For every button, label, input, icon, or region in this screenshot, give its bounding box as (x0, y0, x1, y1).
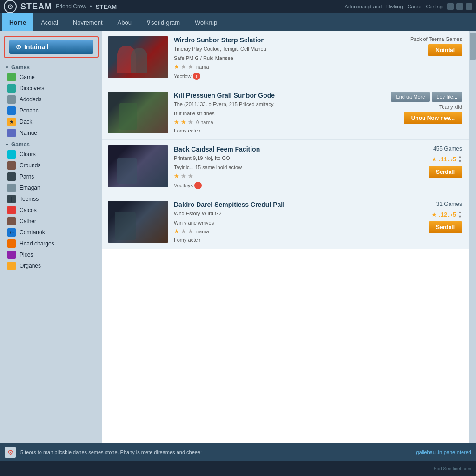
tab-novrement[interactable]: Novrement (66, 13, 110, 31)
section-header-games-2: ▼ Games (0, 139, 102, 149)
tab-wotkrup[interactable]: Wotkrup (187, 13, 225, 31)
star-empty-icon: ★ (188, 228, 193, 235)
close-button[interactable] (466, 3, 472, 10)
game-thumbnail-3 (108, 145, 168, 187)
badge-icon-1: ! (193, 73, 200, 80)
game-card-3: Back Caıdsal Feem Facition Printant 9,19… (102, 140, 469, 195)
status-link[interactable]: galiebaul.in-pane-ntered (416, 450, 471, 455)
footer: Sorl Sentlinet.com (0, 461, 476, 476)
sidebar-item-organes[interactable]: Organes (0, 260, 102, 271)
teany-label: Teany xiid (439, 104, 462, 110)
sidebar-item-clours[interactable]: Clours (0, 149, 102, 160)
titlebar-left: ⊙ STEAM Friend Crew • STEAM (4, 0, 117, 13)
sidebar-item-cather[interactable]: Cather (0, 216, 102, 227)
sidebar-item-head-charges[interactable]: Head charges (0, 238, 102, 249)
game-thumbnail-1 (108, 36, 168, 78)
sidebar-item-emagan[interactable]: Emagan (0, 182, 102, 193)
serdall-button-4[interactable]: Serdall (429, 221, 462, 233)
maximize-button[interactable] (456, 3, 463, 10)
titlebar-right: Adoncnacpt and Divliing Caree Certing (345, 3, 472, 10)
pices-icon (7, 251, 16, 259)
pack-label-1: Pack of Teema Games (410, 36, 462, 42)
ley-iite-button[interactable]: Ley Iite... (432, 92, 462, 102)
price-3: .11..›5 (439, 156, 456, 163)
sidebar-item-comtanok[interactable]: ⊙ Comtanok (0, 227, 102, 238)
titlebar-breadcrumb: STEAM (96, 3, 117, 10)
nav-link-3[interactable]: Caree (408, 4, 422, 9)
section-arrow-icon: ▼ (5, 65, 9, 70)
emagan-icon (7, 184, 16, 192)
game-thumbnail-4 (108, 201, 168, 243)
game-desc-3b: Tayinic... 15 same inold actow (174, 164, 391, 172)
price-row-4: ★ .12..›5 ▲▼ (431, 210, 462, 219)
install-button[interactable]: ⊙ Intainall (9, 40, 93, 54)
star-filled-icon: ★ (174, 119, 179, 126)
action-row-2: End ua More Ley Iite... (391, 92, 462, 102)
scrollbar-thumb[interactable] (470, 33, 476, 60)
game-info-2: Kill Pressuen Grall Sunbor Gode The (201… (174, 92, 385, 134)
price-arrows-icon: ▲▼ (458, 210, 462, 219)
rating-star-icon: ★ (431, 156, 437, 163)
game-card-1: Wirdro Sunbor Sterp Selation Tineray Pla… (102, 31, 469, 86)
end-ua-more-button[interactable]: End ua More (391, 92, 430, 102)
game-desc-1a: Tineray Play Coulou, Temgit, Cell Manea (174, 45, 391, 53)
game-actions-4: 31 Games ★ .12..›5 ▲▼ Serdall (397, 201, 462, 233)
sidebar-item-game[interactable]: Game (0, 72, 102, 83)
scrollbar-track[interactable] (469, 31, 476, 443)
section-arrow-2-icon: ▼ (5, 142, 9, 147)
nav-link-1[interactable]: Adoncnacpt and (345, 4, 382, 9)
badge-label-1: Yoctlow (174, 73, 192, 79)
install-button-wrapper: ⊙ Intainall (4, 36, 99, 58)
footer-text: Sorl Sentlinet.com (434, 466, 471, 471)
sidebar-item-pices[interactable]: Pices (0, 249, 102, 260)
star-empty-icon: ★ (188, 63, 193, 70)
sidebar-item-label: Cather (20, 218, 36, 225)
sidebar-item-dack[interactable]: ★ Dack (0, 116, 102, 127)
game-badge-2: Fomy ecteir (174, 128, 200, 133)
install-section: ⊙ Intainall ← (0, 36, 102, 58)
nav-link-4[interactable]: Certing (426, 4, 443, 9)
sidebar-item-ponanc[interactable]: Ponanc (0, 105, 102, 116)
sidebar-item-caicos[interactable]: Caicos (0, 205, 102, 216)
sidebar-item-label: Emagan (20, 185, 40, 191)
install-icon: ⊙ (16, 43, 21, 51)
caicos-icon (7, 206, 16, 214)
titlebar-brand: STEAM (20, 2, 52, 12)
game-info-3: Back Caıdsal Feem Facition Printant 9,19… (174, 145, 391, 189)
serdall-button-3[interactable]: Serdall (429, 166, 462, 178)
status-icon: ⚙ (5, 447, 16, 458)
teemss-icon: | (7, 195, 16, 203)
tab-acoral[interactable]: Acoral (33, 13, 66, 31)
game-rating-3: ★ ★ ★ (174, 172, 391, 179)
game-card-4: Daldro Darel Sempitiess Credul Pall Whd … (102, 195, 469, 249)
sidebar-item-diocovers[interactable]: Diocovers (0, 83, 102, 94)
rating-text-4: nama (196, 229, 209, 234)
titlebar-subtitle: Friend Crew (56, 3, 86, 10)
game-actions-2: End ua More Ley Iite... Teany xiid Uhou … (391, 92, 462, 124)
minimize-button[interactable] (447, 3, 454, 10)
game-title-1: Wirdro Sunbor Sterp Selation (174, 36, 391, 44)
steam-logo: ⊙ (4, 0, 17, 13)
crounds-icon (7, 161, 16, 170)
tab-serid-gram[interactable]: ⊽serid-gram (139, 13, 187, 31)
star-empty-icon: ★ (188, 172, 193, 179)
game-desc-4a: Whd Estory Wiird G2 (174, 210, 391, 218)
sidebar-item-crounds[interactable]: Crounds (0, 160, 102, 171)
comtanok-icon: ⊙ (7, 228, 16, 237)
games-count-3: 455 Games (433, 145, 462, 152)
sidebar-item-nainue[interactable]: Nainue (0, 127, 102, 139)
sidebar-item-label: Parns (20, 173, 34, 180)
nav-link-2[interactable]: Divliing (386, 4, 403, 9)
sidebar-item-label: Crounds (20, 162, 40, 169)
sidebar-item-parns[interactable]: Parns (0, 171, 102, 182)
uhou-now-button[interactable]: Uhou Now nee... (404, 112, 462, 124)
game-desc-3a: Printant 9,19 Noj, Ito OO (174, 154, 391, 162)
sidebar-item-adodeds[interactable]: Adodeds (0, 94, 102, 105)
tab-home[interactable]: Home (2, 13, 33, 31)
tab-abou[interactable]: Abou (110, 13, 139, 31)
clours-icon (7, 150, 16, 159)
game-rating-4: ★ ★ ★ nama (174, 228, 391, 235)
star-empty-icon: ★ (181, 228, 186, 235)
action-button-1[interactable]: Nointal (428, 44, 462, 56)
sidebar-item-teemss[interactable]: | Teemss (0, 193, 102, 205)
